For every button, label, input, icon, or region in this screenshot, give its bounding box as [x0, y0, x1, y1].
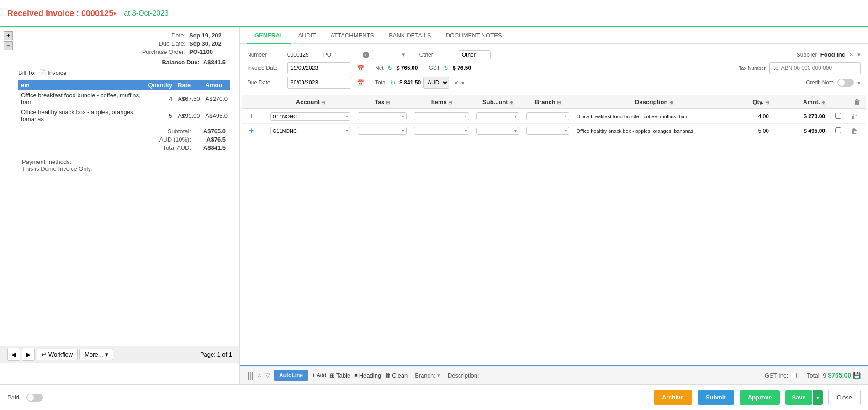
description-field: Description:: [448, 372, 479, 379]
zoom-out-button[interactable]: −: [4, 41, 13, 50]
save-chevron-button[interactable]: ▾: [812, 390, 823, 405]
add-line-button[interactable]: +: [245, 110, 258, 122]
sort-desc-icon[interactable]: ▽: [265, 372, 270, 379]
add-button[interactable]: + Add: [312, 372, 326, 378]
table-button[interactable]: ⊞ Table: [330, 372, 350, 379]
bill-to-icon: 📄: [39, 69, 46, 76]
paid-toggle[interactable]: [26, 394, 43, 402]
tax-number-input[interactable]: [769, 62, 861, 74]
archive-button[interactable]: Archive: [654, 390, 692, 405]
line-checkbox-0[interactable]: [835, 113, 841, 119]
branch-dropdown-0[interactable]: ▾: [526, 112, 569, 120]
sort-asc-icon[interactable]: △: [257, 372, 262, 379]
branch-col-icon[interactable]: ⊞: [557, 100, 561, 105]
line-qty-0: 4.00: [758, 113, 769, 120]
items-dropdown-0[interactable]: ▾: [414, 112, 469, 120]
purchase-order-value: PO-1100: [189, 48, 226, 55]
refresh-gst-icon[interactable]: ↻: [444, 64, 449, 72]
po-info-icon[interactable]: i: [363, 52, 369, 58]
subaccount-dropdown-1[interactable]: ▾: [476, 127, 519, 135]
supplier-chevron-down-icon[interactable]: ▾: [857, 51, 861, 58]
tab-attachments[interactable]: ATTACHMENTS: [323, 27, 382, 44]
branch-dropdown-icon[interactable]: ▾: [437, 372, 440, 379]
credit-note-toggle[interactable]: [837, 79, 854, 87]
line-description-0: Office breakfast food bundle - coffee, m…: [577, 114, 689, 119]
line-amount-0: $ 270.00: [804, 113, 825, 120]
more-button[interactable]: More... ▾: [79, 349, 113, 360]
total-summary-label: Total:: [807, 372, 821, 379]
account-col-icon[interactable]: ⊞: [321, 100, 325, 105]
save-cloud-icon[interactable]: 💾: [853, 372, 861, 379]
tax-dropdown-0[interactable]: ▾: [358, 112, 407, 120]
drag-handle-icon[interactable]: |||: [247, 371, 254, 380]
branch-dropdown-1[interactable]: ▾: [526, 127, 569, 135]
currency-select[interactable]: AUD: [423, 77, 449, 89]
due-date-label: Due Date:: [140, 40, 185, 47]
total-x-icon[interactable]: ✕: [454, 79, 459, 86]
add-line-button[interactable]: +: [245, 124, 258, 137]
calendar-icon[interactable]: 📅: [357, 65, 364, 72]
autoline-button[interactable]: AutoLine: [274, 370, 308, 381]
next-arrow[interactable]: ▶: [22, 348, 35, 361]
line-checkbox-1[interactable]: [835, 127, 841, 133]
heading-button[interactable]: ≡ Heading: [354, 372, 381, 379]
close-button[interactable]: Close: [828, 390, 861, 405]
due-date-value: Sep 30, 202: [189, 40, 226, 47]
workflow-button[interactable]: ↵ Workflow: [37, 349, 78, 360]
po-dropdown[interactable]: ▾: [372, 50, 408, 59]
po-label: PO: [323, 52, 360, 58]
account-chevron-down-icon: ▾: [346, 114, 348, 119]
due-calendar-icon[interactable]: 📅: [357, 79, 364, 86]
tax-col-icon[interactable]: ⊞: [386, 100, 390, 105]
supplier-x-icon[interactable]: ✕: [849, 51, 854, 58]
delete-all-icon[interactable]: 🗑: [854, 98, 860, 105]
purchase-order-label: Purchase Order:: [140, 48, 185, 55]
tab-audit[interactable]: AUDIT: [291, 27, 323, 44]
title-dropdown[interactable]: ▾: [113, 10, 116, 17]
payment-note: This is Demo Invoice Only.: [22, 165, 227, 172]
prev-arrow[interactable]: ◀: [7, 348, 20, 361]
branch-field: Branch: ▾: [415, 372, 440, 379]
gst-inc-checkbox[interactable]: [791, 373, 797, 378]
account-dropdown-1[interactable]: G11NONC ▾: [270, 127, 350, 135]
total-chevron-down-icon[interactable]: ▾: [461, 79, 465, 86]
table-row: Office healthy snack box - apples, orang…: [18, 107, 230, 124]
paid-label: Paid: [7, 394, 19, 401]
credit-note-chevron-icon[interactable]: ▾: [857, 79, 861, 86]
save-button[interactable]: Save: [785, 390, 812, 405]
heading-icon: ≡: [354, 372, 358, 379]
th-subaccount: Sub...unt ⊞: [473, 95, 523, 109]
line-qty-1: 5.00: [758, 128, 769, 134]
invoice-title: Received Invoice : 0000125: [7, 9, 113, 18]
aud-tax-value: A$76.5: [198, 136, 226, 143]
tab-bank-details[interactable]: BANK DETAILS: [381, 27, 438, 44]
col-rate: Rate: [175, 80, 202, 90]
zoom-in-button[interactable]: +: [4, 31, 13, 40]
submit-button[interactable]: Submit: [698, 390, 734, 405]
tab-general[interactable]: GENERAL: [247, 27, 291, 44]
th-add: [242, 95, 267, 109]
gst-value: $ 76.50: [453, 65, 471, 71]
items-col-icon[interactable]: ⊞: [448, 100, 452, 105]
items-dropdown-1[interactable]: ▾: [414, 127, 469, 135]
other-dropdown[interactable]: Other: [459, 50, 491, 59]
subaccount-dropdown-0[interactable]: ▾: [476, 112, 519, 120]
subaccount-col-icon[interactable]: ⊞: [509, 100, 513, 105]
due-date-input[interactable]: [287, 77, 351, 89]
tab-document-notes[interactable]: DOCUMENT NOTES: [438, 27, 509, 44]
amnt-col-icon[interactable]: ⊞: [821, 100, 825, 105]
line-items-section: Account ⊞ Tax ⊞ Items ⊞ Sub...unt: [240, 95, 868, 365]
invoice-date-input[interactable]: [287, 62, 351, 74]
workflow-icon: ↵: [42, 351, 47, 358]
approve-button[interactable]: Approve: [740, 390, 780, 405]
desc-col-icon[interactable]: ⊞: [669, 100, 673, 105]
delete-line-icon[interactable]: 🗑: [851, 113, 857, 120]
delete-line-icon[interactable]: 🗑: [851, 127, 857, 135]
refresh-total-icon[interactable]: ↻: [390, 79, 396, 86]
tax-dropdown-1[interactable]: ▾: [358, 127, 407, 135]
clean-button[interactable]: 🗑 Clean: [385, 372, 408, 379]
qty-col-icon[interactable]: ⊞: [765, 100, 769, 105]
account-dropdown-0[interactable]: G11NONC ▾: [270, 112, 350, 121]
refresh-net-icon[interactable]: ↻: [387, 64, 393, 72]
other-label: Other: [419, 52, 456, 58]
